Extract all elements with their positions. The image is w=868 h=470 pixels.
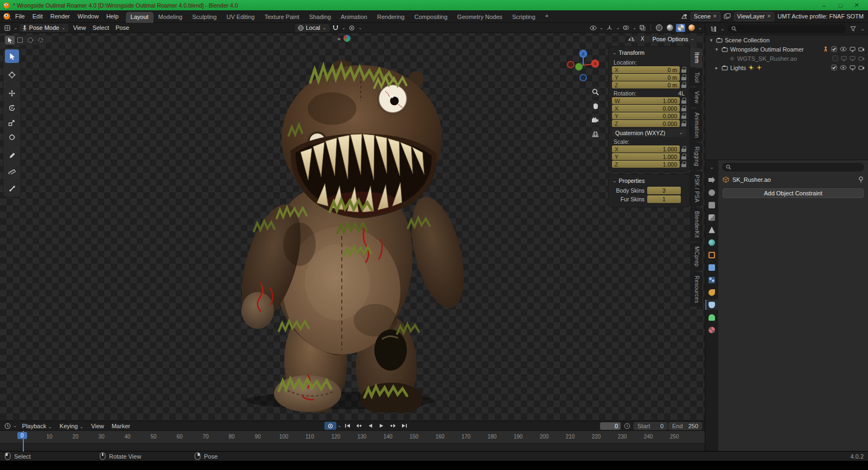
properties-tab-scene-icon[interactable] <box>705 225 718 235</box>
scene-unlink-icon[interactable]: ✕ <box>713 14 717 19</box>
disable-render-icon[interactable] <box>858 65 865 70</box>
active-tool-ball-icon[interactable] <box>343 35 350 42</box>
scale-x-field[interactable]: X1.000 <box>612 145 680 153</box>
outliner-row-lights[interactable]: ▸ Lights <box>705 63 868 72</box>
workspace-tab-texture-paint[interactable]: Texture Paint <box>259 12 304 23</box>
rotation-z-field[interactable]: Z0.000 <box>612 120 680 127</box>
proportional-dropdown-icon[interactable]: ⌄ <box>358 26 362 30</box>
scene-selector[interactable]: Scene ✕ <box>691 12 720 21</box>
viewport-menu-pose[interactable]: Pose <box>112 23 132 32</box>
timeline-menu-playback[interactable]: Playback ⌄ <box>18 422 56 430</box>
play-reverse-button[interactable] <box>365 422 375 430</box>
exclude-checkbox[interactable] <box>831 65 837 71</box>
breadcrumb-object-name[interactable]: SK_Rusher.ao <box>732 176 771 183</box>
shading-solid-button[interactable] <box>665 24 674 32</box>
timeline-menu-view[interactable]: View <box>87 422 108 430</box>
workspace-tab-rendering[interactable]: Rendering <box>372 12 410 23</box>
blender-menu-icon[interactable] <box>2 12 11 20</box>
outliner-row-scene-collection[interactable]: ▾ Scene Collection <box>705 35 868 45</box>
outliner-row-roamer[interactable]: ▾ Wrongside Outimal Roamer <box>705 45 868 54</box>
properties-search-input[interactable] <box>722 163 864 172</box>
workspace-tab-geometry-nodes[interactable]: Geometry Nodes <box>452 12 507 23</box>
workspace-tab-sculpting[interactable]: Sculpting <box>187 12 221 23</box>
exclude-checkbox[interactable] <box>832 55 838 61</box>
npanel-tab-resources[interactable]: Resources <box>690 272 702 307</box>
expand-icon[interactable]: ▸ <box>714 65 719 71</box>
pan-hand-icon[interactable] <box>589 100 601 112</box>
timeline-menu-keying[interactable]: Keying ⌄ <box>56 422 87 430</box>
view-layer-icon[interactable] <box>724 13 731 20</box>
mirror-icon[interactable] <box>628 36 635 42</box>
disable-viewport-icon[interactable] <box>850 47 856 52</box>
npanel-tab-rigging[interactable]: Rigging <box>690 143 702 170</box>
npanel-tab-view[interactable]: View <box>690 87 702 107</box>
show-gizmo-icon[interactable] <box>605 24 614 32</box>
lock-icon[interactable] <box>681 98 686 104</box>
shading-rendered-button[interactable] <box>687 24 696 32</box>
add-object-constraint-button[interactable]: Add Object Constraint <box>723 188 864 198</box>
editor-type-dropdown-icon[interactable]: ⌄ <box>14 26 18 30</box>
properties-tab-world-icon[interactable] <box>705 237 718 247</box>
camera-view-icon[interactable] <box>589 114 601 126</box>
properties-tab-tool-icon[interactable] <box>705 175 718 185</box>
scale-z-field[interactable]: Z1.000 <box>612 161 680 168</box>
view-layer-remove-icon[interactable]: ✕ <box>767 14 771 19</box>
editor-type-timeline-icon[interactable] <box>3 422 12 430</box>
location-z-field[interactable]: Z0 m <box>612 81 680 88</box>
properties-tab-constraints-icon[interactable] <box>705 300 718 310</box>
tool-cursor[interactable] <box>5 68 19 81</box>
lock-icon[interactable] <box>681 82 686 88</box>
hide-eye-icon[interactable] <box>840 65 847 70</box>
npanel-tab-item[interactable]: Item <box>690 48 702 67</box>
outliner-row-wgts[interactable]: WGTS_SK_Rusher.ao <box>705 54 868 63</box>
select-circle-button[interactable] <box>25 36 35 45</box>
autokey-dropdown-icon[interactable]: ⌄ <box>337 423 342 428</box>
collapse-panel-icon[interactable]: « <box>337 35 341 42</box>
npanel-tab-mcprep[interactable]: MCprep <box>690 243 702 270</box>
view-layer-selector[interactable]: ViewLayer ✕ <box>734 12 775 21</box>
overlays-dropdown-icon[interactable]: ⌄ <box>633 26 637 30</box>
rotation-w-field[interactable]: W1.000 <box>612 97 680 104</box>
tool-select-box[interactable] <box>5 49 19 63</box>
tool-rotate[interactable] <box>5 101 19 115</box>
lock-icon[interactable] <box>681 120 686 126</box>
expand-icon[interactable]: ▾ <box>709 37 714 43</box>
npanel-tab-psk-psa[interactable]: PSK / PSA <box>690 171 702 206</box>
workspace-tab-animation[interactable]: Animation <box>336 12 372 23</box>
lock-icon[interactable] <box>681 154 686 160</box>
xray-toggle-icon[interactable] <box>638 24 647 32</box>
play-button[interactable] <box>376 422 387 430</box>
rotation-mode-dropdown[interactable]: Quaternion (WXYZ)⌄ <box>612 129 686 137</box>
menu-edit[interactable]: Edit <box>29 12 47 21</box>
zoom-icon[interactable] <box>589 86 601 98</box>
editor-type-outliner-icon[interactable] <box>709 25 718 33</box>
minimize-button[interactable]: – <box>816 0 832 10</box>
lock-icon[interactable] <box>681 161 686 167</box>
end-frame-field[interactable]: End250 <box>668 422 702 430</box>
creature-model[interactable] <box>202 49 476 412</box>
properties-strip-dropdown-icon[interactable]: ⌄ <box>705 162 718 173</box>
rotation-y-field[interactable]: Y0.000 <box>612 112 680 119</box>
lock-icon[interactable] <box>681 105 686 111</box>
viewport-menu-select[interactable]: Select <box>89 23 112 32</box>
lock-icon[interactable] <box>681 74 686 80</box>
disable-viewport-icon[interactable] <box>850 56 856 61</box>
scale-y-field[interactable]: Y1.000 <box>612 153 680 160</box>
auto-keyframe-toggle[interactable] <box>324 422 336 430</box>
npanel-tab-tool[interactable]: Tool <box>690 68 702 87</box>
select-lasso-button[interactable] <box>36 36 46 45</box>
scene-icon[interactable] <box>681 13 687 20</box>
timeline-menu-marker[interactable]: Marker <box>108 422 134 430</box>
transform-orientation-dropdown[interactable]: Local ⌄ <box>295 24 329 32</box>
tool-move[interactable] <box>5 86 19 100</box>
next-keyframe-button[interactable] <box>388 422 398 430</box>
workspace-tab-layout[interactable]: Layout <box>126 12 154 23</box>
tool-transform[interactable] <box>5 130 19 144</box>
disable-render-icon[interactable] <box>858 47 865 52</box>
properties-tab-modifiers-icon[interactable] <box>705 262 718 272</box>
shading-wireframe-button[interactable] <box>654 24 663 32</box>
disable-render-icon[interactable] <box>858 56 865 61</box>
prev-keyframe-button[interactable] <box>354 422 364 430</box>
tool-annotate[interactable] <box>5 149 19 162</box>
snap-magnet-icon[interactable] <box>331 24 340 32</box>
